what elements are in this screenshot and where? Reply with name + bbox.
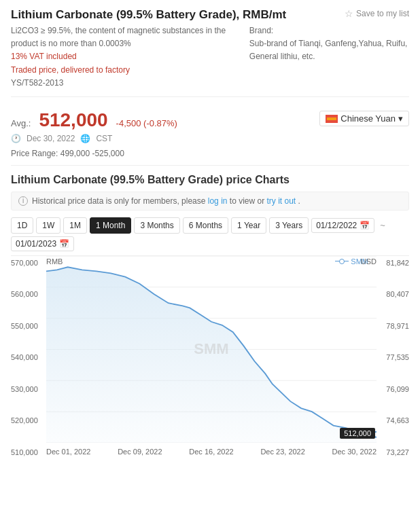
time-btn-1m[interactable]: 1M [63, 217, 87, 234]
price-range-label: Price Range: [11, 149, 58, 158]
x-label-1: Dec 09, 2022 [118, 448, 162, 456]
price-date: Dec 30, 2022 [27, 134, 75, 143]
brand-label: Brand: [249, 24, 409, 37]
time-btn-1month[interactable]: 1 Month [90, 217, 131, 234]
globe-icon: 🌐 [80, 134, 90, 143]
time-btn-1year[interactable]: 1 Year [231, 217, 266, 234]
y-left-0: 570,000 [11, 259, 46, 267]
price-timezone: CST [96, 134, 112, 143]
y-left-5: 520,000 [11, 416, 46, 424]
login-link[interactable]: log in [208, 196, 228, 206]
y-right-6: 73,227 [377, 448, 409, 456]
y-left-4: 530,000 [11, 385, 46, 393]
y-right-4: 76,099 [377, 385, 409, 393]
notice-text: Historical price data is only for member… [32, 196, 205, 206]
avg-label: Avg.: [11, 118, 31, 128]
y-right-0: 81,842 [377, 259, 409, 267]
time-controls: 1D 1W 1M 1 Month 3 Months 6 Months 1 Yea… [11, 217, 409, 251]
currency-selector[interactable]: Chinese Yuan ▾ [319, 111, 409, 126]
product-desc1: Li2CO3 ≥ 99.5%, the content of magnetic … [11, 24, 249, 50]
save-to-list-button[interactable]: ☆ Save to my list [345, 8, 409, 19]
price-range-value: 499,000 -525,000 [60, 149, 124, 158]
y-left-2: 550,000 [11, 322, 46, 330]
chart-container: RMB SMM USD 570,000 560,000 550,000 540,… [11, 255, 409, 459]
price-tooltip: 512,000 [340, 428, 375, 439]
info-circle-icon: i [18, 196, 28, 206]
clock-icon: 🕐 [11, 134, 21, 143]
vat-info: 13% VAT included [11, 50, 249, 63]
y-right-5: 74,663 [377, 416, 409, 424]
y-left-6: 510,000 [11, 448, 46, 456]
save-label: Save to my list [356, 9, 409, 18]
divider2 [11, 165, 409, 166]
y-right-3: 77,535 [377, 353, 409, 361]
date-to-input[interactable]: 01/01/2023 📅 [11, 236, 74, 251]
currency-name: Chinese Yuan [340, 113, 396, 124]
x-label-4: Dec 30, 2022 [332, 448, 377, 456]
y-axis-right: 81,842 80,407 78,971 77,535 76,099 74,66… [377, 256, 409, 459]
notice-end: . [298, 196, 300, 206]
time-btn-3months[interactable]: 3 Months [134, 217, 179, 234]
avg-price-value: 512,000 [39, 109, 107, 131]
y-right-1: 80,407 [377, 290, 409, 298]
star-icon: ☆ [345, 8, 353, 19]
time-btn-1d[interactable]: 1D [11, 217, 33, 234]
calendar-icon-2: 📅 [59, 239, 69, 249]
chart-svg-area: SMM [46, 256, 377, 443]
time-btn-3years[interactable]: 3 Years [269, 217, 309, 234]
notice-mid: to view or [230, 196, 264, 206]
chart-svg [46, 256, 377, 443]
notice-bar: i Historical price data is only for memb… [11, 192, 409, 211]
trade-info: Traded price, delivered to factory [11, 64, 249, 77]
calendar-icon: 📅 [360, 221, 370, 230]
try-link[interactable]: try it out [267, 196, 296, 206]
x-label-2: Dec 16, 2022 [189, 448, 233, 456]
date-separator: ~ [380, 220, 385, 230]
date-from-input[interactable]: 01/12/2022 📅 [311, 218, 374, 233]
chart-title: Lithium Carbonate (99.5% Battery Grade) … [11, 174, 409, 186]
y-left-3: 540,000 [11, 353, 46, 361]
time-btn-6months[interactable]: 6 Months [183, 217, 228, 234]
avg-price-change: -4,500 (-0.87%) [116, 118, 177, 128]
date-to-value: 01/01/2023 [16, 239, 56, 249]
y-left-1: 560,000 [11, 290, 46, 298]
standard-info: YS/T582-2013 [11, 77, 249, 90]
brand-value: Sub-brand of Tianqi, Ganfeng,Yahua, Ruif… [249, 37, 409, 63]
x-label-0: Dec 01, 2022 [46, 448, 90, 456]
y-axis-left: 570,000 560,000 550,000 540,000 530,000 … [11, 256, 46, 459]
china-flag-icon [326, 115, 338, 123]
date-from-value: 01/12/2022 [316, 221, 357, 230]
x-label-3: Dec 23, 2022 [260, 448, 304, 456]
x-axis-labels: Dec 01, 2022 Dec 09, 2022 Dec 16, 2022 D… [46, 444, 377, 459]
time-btn-1w[interactable]: 1W [36, 217, 60, 234]
chevron-down-icon: ▾ [398, 113, 403, 124]
page-title: Lithium Carbonate (99.5% Battery Grade),… [11, 8, 286, 22]
divider1 [11, 96, 409, 97]
y-right-2: 78,971 [377, 322, 409, 330]
svg-marker-7 [46, 267, 377, 443]
